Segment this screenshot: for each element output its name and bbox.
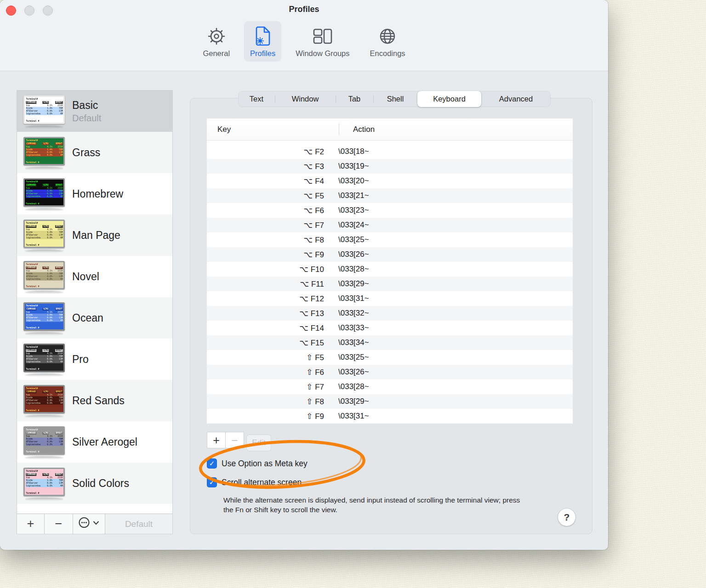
mini-terminal-row: loginwindow0.0%4M xyxy=(26,361,63,363)
mini-terminal-prompt: Terminal # xyxy=(26,285,63,288)
mini-terminal-prompt: Terminal # xyxy=(26,451,63,453)
action-cell: \033[31~ xyxy=(324,294,369,303)
profile-tabs: Text Window Tab Shell Keyboard Advanced xyxy=(238,91,551,107)
toolbar-item-general[interactable]: General xyxy=(197,21,236,62)
key-binding-row[interactable]: ⇧ F5 \033[25~ xyxy=(207,350,573,365)
profile-meta: Red Sands xyxy=(72,395,125,407)
mini-terminal-prompt: Terminal # xyxy=(26,120,63,123)
key-binding-row[interactable]: ⌥ F3 \033[19~ xyxy=(207,159,573,174)
profile-meta: Ocean xyxy=(72,312,103,324)
profile-list-item[interactable]: Terminal# COMMAND%CPURPRVT top4.1%231KXc… xyxy=(17,463,172,504)
mini-terminal-rows: top4.1%231KXcode1.4%78MATSServer0.0%13Ml… xyxy=(26,476,63,487)
add-profile-button[interactable]: + xyxy=(17,514,45,534)
mini-terminal-rows: top4.1%231KXcode1.4%78MATSServer0.0%13Ml… xyxy=(26,104,63,115)
help-button[interactable]: ? xyxy=(558,509,575,526)
key-table-header: Key Action xyxy=(207,119,573,141)
mini-terminal-row: loginwindow0.0%4M xyxy=(26,278,63,281)
key-binding-row[interactable]: ⇧ F7 \033[28~ xyxy=(207,379,573,394)
mini-terminal-column-chip: %CPU xyxy=(43,390,49,393)
remove-profile-button[interactable]: − xyxy=(45,514,73,534)
tab-text[interactable]: Text xyxy=(238,91,275,107)
thumbnail-reflection xyxy=(25,125,63,129)
add-binding-button[interactable]: + xyxy=(207,432,226,448)
mini-terminal-title: Terminal# xyxy=(26,98,63,101)
checkbox-label: Use Option as Meta key xyxy=(222,459,307,469)
checkmark-icon[interactable]: ✓ xyxy=(207,477,217,487)
profile-name: Novel xyxy=(72,271,99,283)
profile-list-item[interactable]: Terminal# COMMAND%CPURPRVT top4.1%231KXc… xyxy=(17,90,172,132)
thumbnail-reflection xyxy=(25,249,63,253)
profile-list-item[interactable]: Terminal# COMMAND%CPURPRVT top4.1%231KXc… xyxy=(17,339,172,380)
checkmark-icon[interactable]: ✓ xyxy=(207,458,217,469)
mini-terminal-rows: top4.1%231KXcode1.4%78MATSServer0.0%13Ml… xyxy=(26,394,63,405)
mini-terminal-title: Terminal# xyxy=(26,387,63,390)
profile-name: Solid Colors xyxy=(72,477,129,490)
key-binding-row[interactable]: ⌥ F13 \033[32~ xyxy=(207,306,573,321)
mini-terminal-column-chip: RPRVT xyxy=(55,266,63,269)
mini-terminal-column-chip: RPRVT xyxy=(55,308,63,311)
key-binding-row[interactable]: ⌥ F10 \033[28~ xyxy=(207,262,573,277)
mini-terminal-column-chip: COMMAND xyxy=(26,308,36,311)
key-binding-row[interactable]: ⌥ F14 \033[33~ xyxy=(207,321,573,335)
profile-meta: Pro xyxy=(72,353,89,366)
tab-tab[interactable]: Tab xyxy=(336,91,373,107)
key-binding-row[interactable]: ⌥ F2 \033[18~ xyxy=(207,144,573,159)
mini-terminal-title: Terminal# xyxy=(26,305,63,307)
mini-terminal-title: Terminal# xyxy=(26,346,63,349)
key-binding-row[interactable]: ⌥ F8 \033[25~ xyxy=(207,232,573,247)
terminal-preview-icon: Terminal# COMMAND%CPURPRVT top4.1%231KXc… xyxy=(23,137,65,165)
profile-list-item[interactable]: Terminal# COMMAND%CPURPRVT top4.1%231KXc… xyxy=(17,215,172,256)
thumbnail-reflection xyxy=(25,456,63,459)
key-binding-row[interactable]: ⌥ F5 \033[21~ xyxy=(207,188,573,203)
key-binding-row[interactable]: ⌥ F9 \033[26~ xyxy=(207,247,573,262)
tab-shell[interactable]: Shell xyxy=(373,91,417,107)
profile-sidebar: Terminal# COMMAND%CPURPRVT top4.1%231KXc… xyxy=(17,90,173,534)
tab-window[interactable]: Window xyxy=(275,91,336,107)
key-binding-row[interactable]: ⌥ F7 \033[24~ xyxy=(207,218,573,232)
action-cell: \033[24~ xyxy=(324,220,369,230)
key-binding-row[interactable]: ⌥ F6 \033[23~ xyxy=(207,203,573,218)
profile-list-item[interactable]: Terminal# COMMAND%CPURPRVT top4.1%231KXc… xyxy=(17,421,172,463)
mini-terminal-column-chip: %CPU xyxy=(43,473,49,476)
profile-meta: Novel xyxy=(72,271,99,283)
more-options-button[interactable] xyxy=(73,514,105,534)
terminal-preview-icon: Terminal# COMMAND%CPURPRVT top4.1%231KXc… xyxy=(23,261,65,289)
key-binding-row[interactable]: ⌥ F15 \033[34~ xyxy=(207,335,573,350)
tab-advanced[interactable]: Advanced xyxy=(481,91,551,107)
key-binding-row[interactable]: ⇧ F9 \033[31~ xyxy=(207,409,573,424)
profile-list-item[interactable]: Terminal# COMMAND%CPURPRVT top4.1%231KXc… xyxy=(17,380,172,421)
checkbox-scroll-alternate-screen[interactable]: ✓ Scroll alternate screen xyxy=(207,477,302,488)
key-binding-row[interactable]: ⇧ F8 \033[29~ xyxy=(207,394,573,409)
mini-terminal-column-chip: RPRVT xyxy=(55,473,63,476)
key-bindings-table: Key Action ⌥ F2 \033[18~ ⌥ F3 \033[19~ ⌥… xyxy=(207,119,573,424)
preferences-window: Profiles General xyxy=(0,0,608,550)
profile-thumbnail: Terminal# COMMAND%CPURPRVT top4.1%231KXc… xyxy=(23,426,66,459)
mini-terminal-header: COMMAND%CPURPRVT xyxy=(26,101,63,104)
table-scroll-spacer xyxy=(207,141,573,144)
mini-terminal-title: Terminal# xyxy=(26,263,63,266)
key-cell: ⌥ F2 xyxy=(207,147,324,157)
key-binding-row[interactable]: ⇧ F6 \033[26~ xyxy=(207,365,573,379)
mini-terminal-column-chip: COMMAND xyxy=(26,473,36,476)
mini-terminal-column-chip: RPRVT xyxy=(55,390,63,393)
mini-terminal-row: loginwindow0.0%4M xyxy=(26,443,63,446)
profile-thumbnail: Terminal# COMMAND%CPURPRVT top4.1%231KXc… xyxy=(23,385,66,418)
scroll-alternate-description: While the alternate screen is displayed,… xyxy=(223,495,527,514)
key-cell: ⌥ F8 xyxy=(207,235,324,245)
mini-terminal-column-chip: COMMAND xyxy=(26,432,36,435)
toolbar-item-encodings[interactable]: Encodings xyxy=(364,21,411,62)
checkbox-use-option-as-meta[interactable]: ✓ Use Option as Meta key xyxy=(207,458,307,469)
mini-terminal-column-chip: %CPU xyxy=(43,225,49,228)
key-binding-row[interactable]: ⌥ F12 \033[31~ xyxy=(207,291,573,306)
mini-terminal-prompt: Terminal # xyxy=(26,244,63,247)
profile-list-item[interactable]: Terminal# COMMAND%CPURPRVT top4.1%231KXc… xyxy=(17,297,172,339)
tab-keyboard[interactable]: Keyboard xyxy=(417,91,481,107)
mini-terminal-title: Terminal# xyxy=(26,222,63,225)
key-binding-row[interactable]: ⌥ F4 \033[20~ xyxy=(207,174,573,188)
profile-list-item[interactable]: Terminal# COMMAND%CPURPRVT top4.1%231KXc… xyxy=(17,256,172,297)
toolbar-item-window-groups[interactable]: Window Groups xyxy=(290,21,355,62)
profile-list-item[interactable]: Terminal# COMMAND%CPURPRVT top4.1%231KXc… xyxy=(17,173,172,215)
toolbar-item-profiles[interactable]: Profiles xyxy=(244,21,281,62)
profile-list-item[interactable]: Terminal# COMMAND%CPURPRVT top4.1%231KXc… xyxy=(17,132,172,173)
key-binding-row[interactable]: ⌥ F11 \033[29~ xyxy=(207,277,573,291)
